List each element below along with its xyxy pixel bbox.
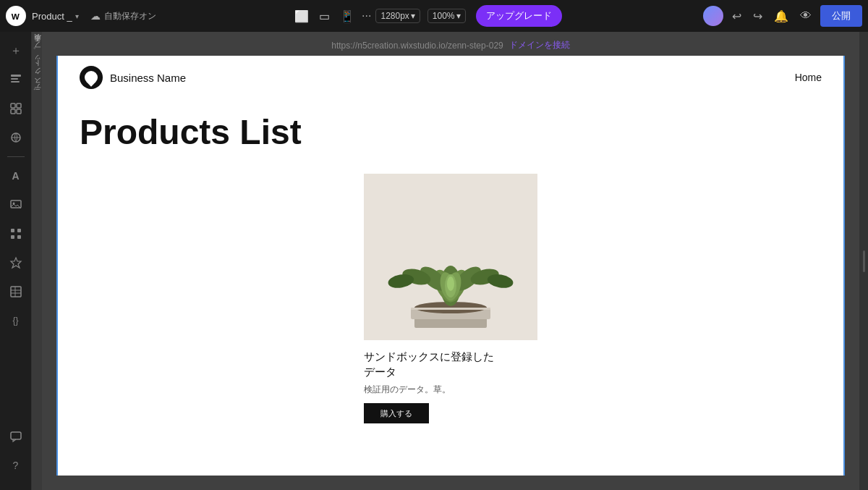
main-layout: ＋ A (0, 32, 868, 490)
svg-rect-17 (11, 287, 21, 297)
svg-text:W: W (12, 12, 20, 21)
sidebar-add-btn[interactable]: ＋ (3, 38, 29, 64)
page-nav: Business Name Home (58, 56, 843, 99)
nav-home-link[interactable]: Home (795, 72, 822, 83)
svg-rect-15 (17, 235, 21, 239)
domain-link[interactable]: ドメインを接続 (509, 39, 570, 51)
sidebar-design-btn[interactable] (3, 250, 29, 276)
svg-rect-21 (11, 432, 21, 439)
product-card-area: サンドボックスに登録した データ 検証用のデータ。草。 購入する (80, 174, 822, 423)
chevron-down-icon: ▾ (411, 11, 415, 21)
sidebar-text-btn[interactable]: A (3, 163, 29, 189)
svg-rect-4 (11, 81, 20, 83)
more-options-icon[interactable]: ··· (362, 9, 371, 22)
sidebar-elements-btn[interactable] (3, 96, 29, 122)
url-text: https://n5creation.wixstudio.io/zenn-ste… (331, 41, 503, 51)
brand-name: Business Name (110, 72, 186, 84)
page-frame: Business Name Home Products List (56, 56, 845, 476)
avatar[interactable] (703, 6, 723, 26)
product-buy-button[interactable]: 購入する (364, 403, 429, 423)
svg-rect-13 (17, 229, 21, 232)
sidebar-help-btn[interactable]: ? (3, 452, 29, 478)
sidebar-site-btn[interactable] (3, 124, 29, 151)
svg-marker-16 (11, 258, 21, 268)
sidebar-code-btn[interactable]: {} (3, 308, 29, 334)
right-resize-handle[interactable] (859, 32, 868, 490)
cloud-icon: ☁ (90, 10, 101, 22)
vertical-label: デスクトップ表示る (33, 39, 42, 96)
redo-button[interactable]: ↪ (750, 8, 765, 25)
svg-rect-14 (11, 235, 14, 239)
topbar-center: ⬜ ▭ 📱 ··· 1280px ▾ 100% ▾ アップグレード (292, 5, 561, 27)
svg-rect-3 (11, 78, 18, 80)
sidebar-bottom: ? (3, 423, 29, 484)
svg-point-38 (447, 276, 454, 291)
zoom-selector[interactable]: 100% ▾ (427, 9, 466, 23)
product-name[interactable]: Product _ ▾ (32, 11, 79, 22)
sidebar-table-btn[interactable] (3, 279, 29, 305)
svg-rect-8 (17, 109, 21, 114)
product-description: 検証用のデータ。草。 (364, 384, 537, 396)
sidebar-media-btn[interactable] (3, 192, 29, 218)
left-sidebar: ＋ A (0, 32, 32, 490)
resolution-selector[interactable]: 1280px ▾ (375, 9, 420, 23)
preview-button[interactable]: 👁 (797, 8, 814, 24)
canvas-area: https://n5creation.wixstudio.io/zenn-ste… (42, 32, 859, 490)
sidebar-components-btn[interactable] (3, 221, 29, 247)
topbar: W Product _ ▾ ☁ 自動保存オン ⬜ ▭ 📱 ··· 1280px … (0, 0, 868, 32)
svg-rect-7 (11, 109, 15, 114)
page-main: Products List (58, 99, 843, 438)
product-card: サンドボックスに登録した データ 検証用のデータ。草。 購入する (364, 174, 537, 423)
mobile-device-btn[interactable]: 📱 (337, 8, 357, 25)
resize-handle-bar (863, 250, 865, 272)
desktop-device-btn[interactable]: ⬜ (292, 8, 312, 25)
page-title: Products List (80, 114, 822, 152)
bell-icon[interactable]: 🔔 (771, 8, 791, 25)
autosave-status: ☁ 自動保存オン (90, 10, 156, 22)
wix-logo[interactable]: W (6, 6, 26, 26)
upgrade-button[interactable]: アップグレード (476, 5, 562, 27)
svg-rect-12 (11, 229, 14, 232)
svg-rect-6 (17, 104, 21, 108)
chevron-down-icon: ▾ (75, 12, 79, 20)
brand-icon (80, 66, 103, 89)
product-info: サンドボックスに登録した データ 検証用のデータ。草。 購入する (364, 340, 537, 423)
tablet-device-btn[interactable]: ▭ (316, 8, 333, 25)
publish-button[interactable]: 公開 (820, 5, 862, 27)
sidebar-pages-btn[interactable] (3, 67, 29, 93)
url-bar: https://n5creation.wixstudio.io/zenn-ste… (154, 39, 747, 51)
chevron-down-icon: ▾ (456, 11, 461, 21)
sidebar-divider (7, 156, 25, 157)
svg-rect-39 (411, 308, 490, 310)
topbar-right: ↩ ↪ 🔔 👁 公開 (703, 5, 862, 27)
undo-button[interactable]: ↩ (729, 8, 744, 25)
product-title: サンドボックスに登録した データ (364, 349, 537, 379)
brand-logo: Business Name (80, 66, 186, 89)
svg-rect-5 (11, 104, 15, 108)
vertical-label-container: デスクトップ表示る (32, 32, 42, 490)
product-image (364, 174, 537, 340)
sidebar-chat-btn[interactable] (3, 423, 29, 449)
svg-rect-2 (11, 75, 21, 77)
